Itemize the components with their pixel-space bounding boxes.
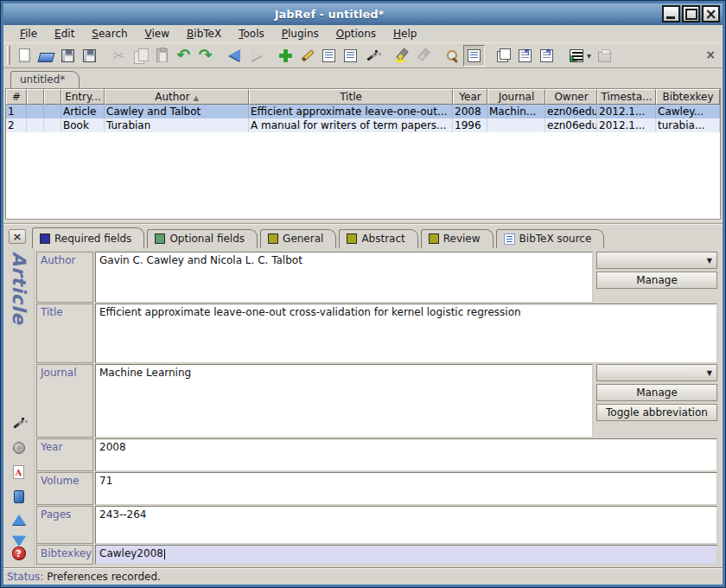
toolbar-drag-handle[interactable]: [7, 46, 10, 65]
tab-required-fields[interactable]: Required fields: [32, 227, 144, 248]
abstract-tab-icon: [347, 233, 357, 244]
sidebar-icons: [11, 416, 26, 546]
cut-icon[interactable]: [108, 45, 130, 67]
column-header-ranking[interactable]: [27, 89, 44, 105]
title-row: Title Efficient approximate leave-one-ou…: [36, 304, 717, 363]
save-database-icon[interactable]: [57, 45, 79, 67]
tab-review[interactable]: Review: [421, 229, 494, 248]
column-header-entrytype[interactable]: Entry...: [61, 89, 105, 105]
field-label-title: Title: [36, 304, 93, 363]
close-editor-icon[interactable]: [9, 229, 26, 244]
status-message: Preferences recorded.: [47, 571, 161, 583]
back-icon[interactable]: [224, 45, 245, 67]
menu-edit[interactable]: Edit: [47, 26, 82, 42]
search-icon[interactable]: [442, 45, 463, 67]
menu-file[interactable]: File: [12, 26, 45, 42]
paste-icon[interactable]: [151, 45, 173, 67]
copy-icon[interactable]: [130, 45, 151, 67]
menu-search[interactable]: Search: [84, 26, 135, 42]
unmark-entries-icon[interactable]: [412, 45, 434, 67]
menu-tools[interactable]: Tools: [231, 26, 272, 42]
pdf-icon[interactable]: [13, 465, 24, 479]
minimize-icon[interactable]: [662, 5, 680, 22]
close-icon[interactable]: [702, 5, 720, 22]
column-header-file[interactable]: [44, 89, 61, 105]
review-tab-icon: [429, 233, 439, 244]
jabref-window: JabRef - untitled* File Edit Search View…: [0, 0, 726, 588]
tab-optional-fields[interactable]: Optional fields: [147, 229, 258, 248]
database-tab-untitled[interactable]: untitled*: [10, 71, 80, 88]
author-row: Author Gavin C. Cawley and Nicola L. C. …: [36, 252, 717, 303]
bibtexkey-field[interactable]: Cawley2008: [95, 545, 717, 565]
fetch-web-icon[interactable]: [565, 45, 587, 67]
note-icon[interactable]: [14, 490, 24, 503]
author-field[interactable]: Gavin C. Cawley and Nicola L. C. Talbot: [95, 252, 593, 303]
fetch-dropdown-icon[interactable]: [587, 51, 594, 61]
column-header-bibtexkey[interactable]: Bibtexkey: [656, 89, 720, 105]
close-search-icon[interactable]: [704, 48, 717, 61]
edit-entry-icon[interactable]: [296, 45, 318, 67]
source-lines-icon: [504, 233, 515, 245]
open-database-icon[interactable]: [35, 45, 57, 67]
database-tabstrip: untitled*: [3, 68, 723, 88]
column-header-title[interactable]: Title: [249, 89, 453, 105]
move-up-icon[interactable]: [12, 514, 26, 525]
entry-editor: Required fields Optional fields General …: [3, 224, 723, 567]
table-row[interactable]: 2 Book Turabian A manual for writers of …: [6, 118, 720, 132]
copy-key-icon[interactable]: [493, 45, 514, 67]
column-header-owner[interactable]: Owner: [545, 89, 597, 105]
tab-abstract[interactable]: Abstract: [339, 229, 417, 248]
push-to-application-icon[interactable]: [594, 45, 615, 67]
menu-options[interactable]: Options: [328, 26, 384, 42]
undo-icon[interactable]: [173, 45, 194, 67]
volume-row: Volume 71: [36, 472, 717, 505]
column-header-timestamp[interactable]: Timesta...: [597, 89, 656, 105]
column-header-journal[interactable]: Journal: [487, 89, 545, 105]
journal-field[interactable]: Machine Learning: [95, 364, 593, 438]
toggle-abbreviation-button[interactable]: Toggle abbreviation: [596, 404, 717, 421]
cleanup-wand-icon[interactable]: [11, 416, 26, 431]
window-frame: JabRef - untitled* File Edit Search View…: [1, 1, 725, 587]
tab-general[interactable]: General: [260, 229, 336, 248]
open-url-icon[interactable]: [536, 45, 557, 67]
toggle-groups-icon[interactable]: [340, 45, 361, 67]
menu-bar: File Edit Search View BibTeX Tools Plugi…: [3, 25, 723, 43]
menu-bibtex[interactable]: BibTeX: [179, 26, 229, 42]
volume-field[interactable]: 71: [95, 472, 717, 505]
tab-bibtex-source[interactable]: BibTeX source: [496, 229, 605, 248]
toggle-search-icon[interactable]: [463, 45, 485, 67]
sort-ascending-icon: [194, 91, 199, 103]
table-row[interactable]: 1 Article Cawley and Talbot Efficient ap…: [6, 105, 720, 118]
menu-plugins[interactable]: Plugins: [274, 26, 327, 42]
cleanup-entries-icon[interactable]: [361, 45, 383, 67]
redo-icon[interactable]: [194, 45, 216, 67]
save-database-as-icon[interactable]: [79, 45, 100, 67]
title-field[interactable]: Efficient approximate leave-one-out cros…: [95, 304, 717, 363]
journal-dropdown[interactable]: [596, 364, 717, 381]
author-name-format-dropdown[interactable]: [596, 252, 717, 269]
window-controls: [662, 5, 720, 22]
toggle-preview-icon[interactable]: [318, 45, 340, 67]
column-header-author[interactable]: Author: [105, 89, 249, 105]
year-field[interactable]: 2008: [95, 438, 717, 471]
column-header-year[interactable]: Year: [453, 89, 487, 105]
new-database-icon[interactable]: [14, 45, 35, 67]
field-label-volume: Volume: [36, 472, 93, 505]
title-bar[interactable]: JabRef - untitled*: [3, 3, 723, 25]
open-file-icon[interactable]: [514, 45, 536, 67]
mark-entries-icon[interactable]: [391, 45, 412, 67]
menu-view[interactable]: View: [137, 26, 177, 42]
forward-icon[interactable]: [245, 45, 267, 67]
new-entry-icon[interactable]: [275, 45, 296, 67]
manage-button[interactable]: Manage: [596, 384, 717, 401]
journal-controls: Manage Toggle abbreviation: [596, 364, 717, 438]
maximize-icon[interactable]: [682, 5, 700, 22]
gear-icon[interactable]: [13, 442, 25, 454]
move-down-icon[interactable]: [12, 536, 26, 546]
help-icon[interactable]: [12, 546, 26, 560]
pages-field[interactable]: 243--264: [95, 506, 717, 544]
manage-button[interactable]: Manage: [596, 272, 717, 289]
field-label-author: Author: [36, 252, 93, 303]
menu-help[interactable]: Help: [385, 26, 424, 42]
column-header-number[interactable]: #: [6, 89, 27, 105]
